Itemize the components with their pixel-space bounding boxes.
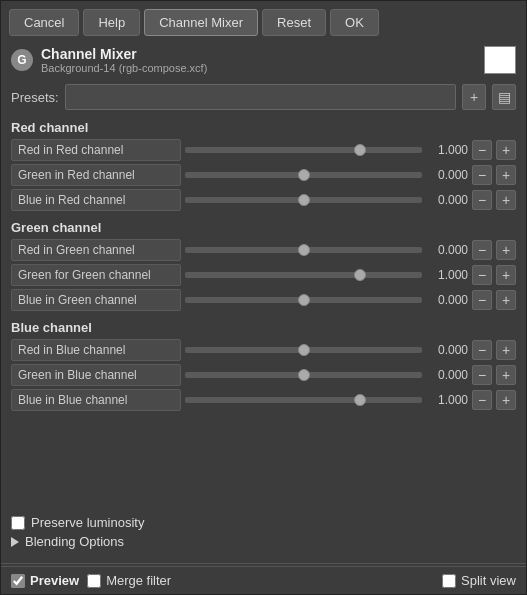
cancel-button[interactable]: Cancel: [9, 9, 79, 36]
channel-slider-wrap: [185, 240, 422, 260]
preserve-luminosity-label: Preserve luminosity: [31, 515, 144, 530]
presets-select[interactable]: [65, 84, 456, 110]
decrement-button[interactable]: −: [472, 165, 492, 185]
expand-icon: [11, 537, 19, 547]
channel-label: Blue in Green channel: [11, 289, 181, 311]
increment-button[interactable]: +: [496, 340, 516, 360]
decrement-button[interactable]: −: [472, 390, 492, 410]
channel-slider[interactable]: [185, 147, 422, 153]
channel-slider[interactable]: [185, 397, 422, 403]
channel-row: Blue in Green channel0.000−+: [11, 289, 516, 311]
merge-filter-label: Merge filter: [106, 573, 171, 588]
decrement-button[interactable]: −: [472, 340, 492, 360]
dialog-title: Channel Mixer: [41, 46, 476, 62]
channel-row: Red in Red channel1.000−+: [11, 139, 516, 161]
decrement-button[interactable]: −: [472, 265, 492, 285]
channel-label: Red in Red channel: [11, 139, 181, 161]
channel-slider[interactable]: [185, 272, 422, 278]
channel-label: Green for Green channel: [11, 264, 181, 286]
preserve-luminosity-checkbox[interactable]: [11, 516, 25, 530]
increment-button[interactable]: +: [496, 240, 516, 260]
channel-mixer-button[interactable]: Channel Mixer: [144, 9, 258, 36]
blending-options-row[interactable]: Blending Options: [11, 534, 516, 549]
bottom-controls: Preserve luminosity Blending Options: [1, 511, 526, 561]
help-button[interactable]: Help: [83, 9, 140, 36]
channel-value: 0.000: [426, 168, 468, 182]
channel-value: 0.000: [426, 343, 468, 357]
channel-label: Green in Blue channel: [11, 364, 181, 386]
split-view-checkbox[interactable]: [442, 574, 456, 588]
reset-button[interactable]: Reset: [262, 9, 326, 36]
color-swatch: [484, 46, 516, 74]
channel-slider-wrap: [185, 265, 422, 285]
blending-options-label: Blending Options: [25, 534, 124, 549]
toolbar: Cancel Help Channel Mixer Reset OK: [1, 1, 526, 42]
channel-row: Green for Green channel1.000−+: [11, 264, 516, 286]
increment-button[interactable]: +: [496, 290, 516, 310]
channel-slider-wrap: [185, 390, 422, 410]
channel-row: Red in Green channel0.000−+: [11, 239, 516, 261]
blue-channel-rows: Red in Blue channel0.000−+Green in Blue …: [11, 339, 516, 411]
channel-slider-wrap: [185, 190, 422, 210]
channel-slider[interactable]: [185, 297, 422, 303]
channel-value: 0.000: [426, 243, 468, 257]
channel-row: Green in Blue channel0.000−+: [11, 364, 516, 386]
channel-row: Red in Blue channel0.000−+: [11, 339, 516, 361]
channel-value: 1.000: [426, 143, 468, 157]
preview-item: Preview: [11, 573, 79, 588]
increment-button[interactable]: +: [496, 265, 516, 285]
channel-value: 0.000: [426, 368, 468, 382]
channel-value: 1.000: [426, 393, 468, 407]
increment-button[interactable]: +: [496, 190, 516, 210]
channel-row: Blue in Blue channel1.000−+: [11, 389, 516, 411]
green-channel-rows: Red in Green channel0.000−+Green for Gre…: [11, 239, 516, 311]
decrement-button[interactable]: −: [472, 240, 492, 260]
decrement-button[interactable]: −: [472, 140, 492, 160]
decrement-button[interactable]: −: [472, 290, 492, 310]
presets-menu-button[interactable]: ▤: [492, 84, 516, 110]
green-channel-header: Green channel: [11, 214, 516, 239]
increment-button[interactable]: +: [496, 365, 516, 385]
channel-row: Green in Red channel0.000−+: [11, 164, 516, 186]
merge-filter-checkbox[interactable]: [87, 574, 101, 588]
channel-label: Blue in Red channel: [11, 189, 181, 211]
channel-slider-wrap: [185, 340, 422, 360]
increment-button[interactable]: +: [496, 165, 516, 185]
channel-value: 0.000: [426, 193, 468, 207]
blue-channel-header: Blue channel: [11, 314, 516, 339]
channel-label: Red in Blue channel: [11, 339, 181, 361]
decrement-button[interactable]: −: [472, 365, 492, 385]
app-icon: G: [11, 49, 33, 71]
merge-filter-item: Merge filter: [87, 573, 171, 588]
channel-slider[interactable]: [185, 197, 422, 203]
channel-row: Blue in Red channel0.000−+: [11, 189, 516, 211]
channel-slider[interactable]: [185, 372, 422, 378]
channel-label: Blue in Blue channel: [11, 389, 181, 411]
increment-button[interactable]: +: [496, 140, 516, 160]
header: G Channel Mixer Background-14 (rgb-compo…: [1, 42, 526, 80]
channel-value: 1.000: [426, 268, 468, 282]
preview-label: Preview: [30, 573, 79, 588]
footer-divider: [1, 563, 526, 564]
split-view-label: Split view: [461, 573, 516, 588]
channel-slider[interactable]: [185, 172, 422, 178]
red-channel-rows: Red in Red channel1.000−+Green in Red ch…: [11, 139, 516, 211]
channel-label: Green in Red channel: [11, 164, 181, 186]
split-view-item: Split view: [442, 573, 516, 588]
channel-label: Red in Green channel: [11, 239, 181, 261]
channel-slider[interactable]: [185, 347, 422, 353]
header-text: Channel Mixer Background-14 (rgb-compose…: [41, 46, 476, 74]
preserve-row: Preserve luminosity: [11, 515, 516, 530]
preview-checkbox[interactable]: [11, 574, 25, 588]
file-subtitle: Background-14 (rgb-compose.xcf): [41, 62, 476, 74]
increment-button[interactable]: +: [496, 390, 516, 410]
presets-row: Presets: + ▤: [1, 80, 526, 114]
channel-value: 0.000: [426, 293, 468, 307]
decrement-button[interactable]: −: [472, 190, 492, 210]
channel-slider-wrap: [185, 290, 422, 310]
ok-button[interactable]: OK: [330, 9, 379, 36]
channel-slider[interactable]: [185, 247, 422, 253]
channel-slider-wrap: [185, 365, 422, 385]
channels-content: Red channel Red in Red channel1.000−+Gre…: [1, 114, 526, 511]
presets-add-button[interactable]: +: [462, 84, 486, 110]
